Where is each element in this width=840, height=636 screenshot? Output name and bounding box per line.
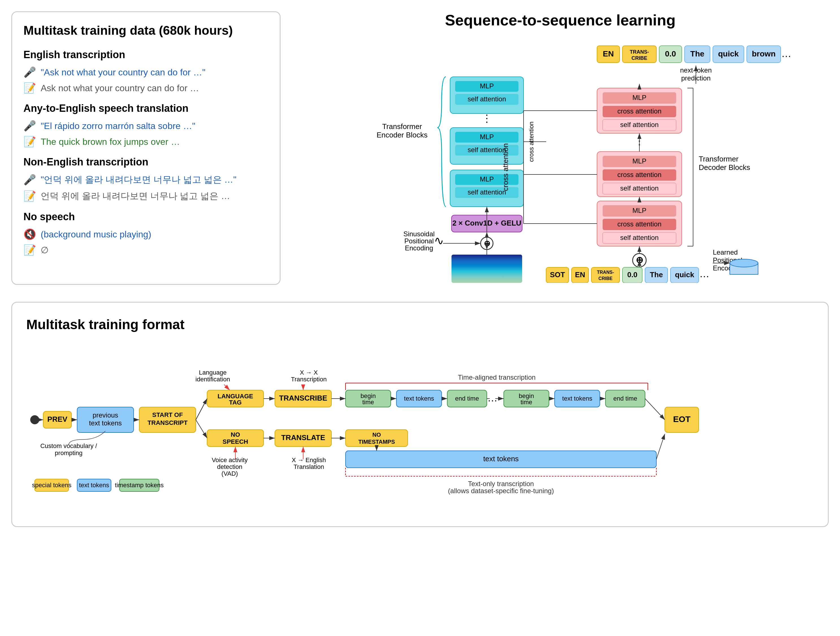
token-the-out: The: [690, 49, 704, 58]
text-tokens-wide: text tokens: [483, 455, 519, 463]
any-to-english-label: Any-to-English speech translation: [24, 102, 268, 114]
x-to-x-label2: Transcription: [291, 376, 327, 383]
token-quick-out: quick: [718, 49, 739, 58]
learned-pos-label: Learned: [713, 249, 738, 256]
vad-label: Voice activity: [212, 457, 248, 463]
example-row: 📝 언덕 위에 올라 내려다보면 너무나 넓고 넓은 …: [24, 190, 268, 202]
time-aligned-label: Time-aligned transcription: [458, 373, 535, 381]
enc-dots: ⋮: [482, 113, 492, 124]
example-text-4: The quick brown fox jumps over …: [41, 137, 180, 147]
dec3-self: self attention: [620, 234, 658, 241]
legend-timestamp: timestamp tokens: [115, 482, 164, 489]
prev-text-box: previous: [93, 411, 118, 419]
seq2seq-diagram: EN TRANS- CRIBE 0.0 The quick brown …: [292, 40, 829, 283]
lang-id-label2: identification: [196, 376, 230, 383]
token-transcribe-out: TRANS-: [630, 49, 649, 55]
token-00-in: 0.0: [627, 271, 638, 279]
decoder-block-3: MLP cross attention self attention: [597, 201, 682, 246]
edit-icon-2: 📝: [24, 136, 36, 148]
tokens-label: Tokens in Multitask Training Format: [575, 282, 682, 283]
multitask-box: Multitask training data (680k hours) Eng…: [11, 11, 281, 285]
example-row: 📝 The quick brown fox jumps over …: [24, 136, 268, 148]
svg-line-102: [656, 434, 665, 459]
no-timestamps-box: NO: [373, 431, 381, 438]
svg-line-101: [645, 398, 665, 420]
mute-icon: 🔇: [24, 228, 36, 240]
main-container: Multitask training data (680k hours) Eng…: [0, 0, 840, 538]
mic-icon: 🎤: [24, 66, 36, 78]
mic-icon-3: 🎤: [24, 174, 36, 186]
start-transcript-box2: TRANSCRIPT: [147, 419, 188, 426]
cross-attn-vertical: cross attention: [501, 143, 510, 191]
token-en-out: EN: [603, 49, 614, 58]
non-english-label: Non-English transcription: [24, 156, 268, 168]
end-time-1: end time: [455, 395, 479, 402]
custom-vocab-label2: prompting: [55, 449, 82, 457]
svg-line-72: [196, 420, 207, 438]
dec2-cross: cross attention: [617, 171, 662, 178]
begin-time-2b: time: [521, 398, 532, 406]
enc2-self: self attention: [467, 146, 506, 154]
bottom-section: Multitask training format PREV previous …: [11, 302, 829, 527]
no-speech-box: NO: [231, 431, 240, 438]
example-text-8: ∅: [41, 245, 49, 255]
transcribe-box: TRANSCRIBE: [279, 394, 327, 402]
sin-label2: Positional: [404, 237, 434, 245]
dec1-cross: cross attention: [617, 107, 662, 115]
token-quick-in: quick: [675, 271, 694, 279]
vad-label3: (VAD): [221, 470, 238, 477]
enc3-self: self attention: [467, 188, 506, 196]
text-tokens-2: text tokens: [562, 395, 592, 402]
svg-line-75: [224, 384, 230, 390]
example-row: 📝 ∅: [24, 244, 268, 256]
no-speech-label: No speech: [24, 211, 268, 223]
enc1-self: self attention: [467, 95, 506, 103]
text-tokens-1: text tokens: [404, 395, 434, 402]
legend-special: special tokens: [32, 482, 71, 489]
dec1-self: self attention: [620, 121, 658, 128]
end-time-2: end time: [613, 395, 637, 402]
lang-id-label: Language: [199, 369, 227, 376]
token-trans-in: TRANS-: [597, 270, 614, 275]
start-transcript-box: START OF: [152, 411, 183, 418]
example-text-5: "언덕 위에 올라 내려다보면 너무나 넓고 넓은 …": [41, 173, 237, 186]
enc1-mlp: MLP: [480, 82, 494, 90]
mic-icon-2: 🎤: [24, 120, 36, 132]
legend-text: text tokens: [79, 482, 109, 489]
token-sot: SOT: [550, 271, 565, 279]
enc-label2: Encoder Blocks: [377, 131, 428, 139]
mid-dots: …: [487, 392, 497, 404]
sin-label: Sinusoidal: [403, 230, 435, 238]
token-the-in: The: [650, 271, 663, 279]
enc3-mlp: MLP: [480, 175, 494, 183]
dec3-cross: cross attention: [617, 220, 662, 228]
custom-vocab-label: Custom vocabulary /: [40, 442, 97, 449]
seq2seq-section: Sequence-to-sequence learning EN TRANS- …: [292, 11, 829, 285]
enc2-mlp: MLP: [480, 133, 494, 140]
svg-point-25: [730, 259, 758, 267]
language-tag-box2: TAG: [229, 399, 242, 406]
edit-icon-3: 📝: [24, 190, 36, 202]
no-speech-box2: SPEECH: [223, 438, 248, 445]
example-text-2: Ask not what your country can do for …: [41, 83, 199, 93]
example-text-6: 언덕 위에 올라 내려다보면 너무나 넓고 넓은 …: [41, 190, 230, 202]
translate-box: TRANSLATE: [281, 433, 325, 442]
text-only-label2: (allows dataset-specific fine-tuning): [448, 487, 554, 494]
svg-rect-54: [452, 255, 522, 283]
token-transcribe-out2: CRIBE: [632, 55, 647, 61]
edit-icon-4: 📝: [24, 244, 36, 256]
format-diagram: PREV previous text tokens Custom vocabul…: [26, 346, 832, 510]
seq2seq-title: Sequence-to-sequence learning: [292, 11, 829, 29]
prev-box: PREV: [47, 415, 68, 423]
decoder-blocks-label: Transformer: [699, 155, 739, 163]
example-text-7: (background music playing): [41, 229, 151, 240]
english-transcription-label: English transcription: [24, 49, 268, 61]
token-dots-in: …: [699, 268, 709, 279]
example-row: 🔇 (background music playing): [24, 228, 268, 240]
dec3-mlp: MLP: [632, 207, 646, 214]
multitask-title: Multitask training data (680k hours): [24, 24, 268, 38]
token-dots-out: …: [781, 48, 791, 59]
edit-icon: 📝: [24, 82, 36, 94]
decoder-blocks-label2: Decoder Blocks: [699, 163, 750, 172]
no-timestamps-box2: TIMESTAMPS: [358, 439, 395, 445]
